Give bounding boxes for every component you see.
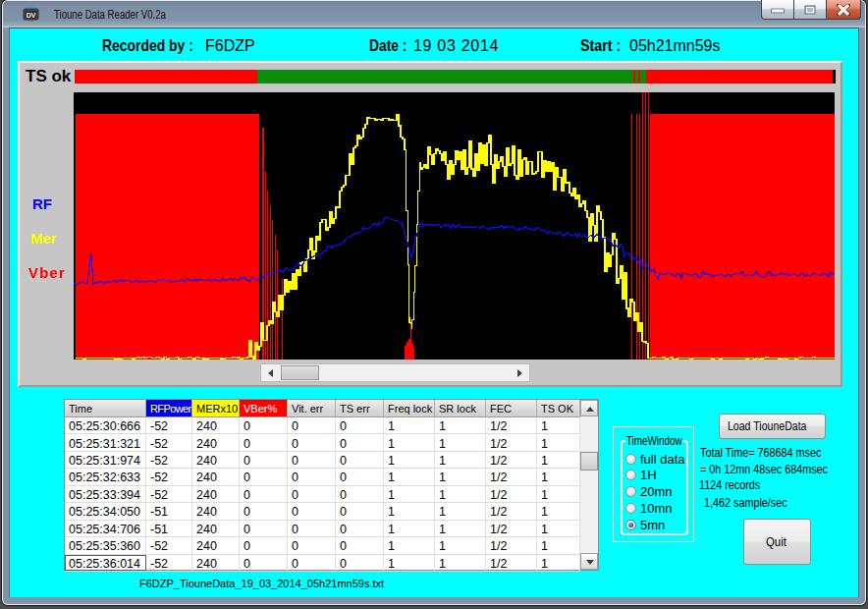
svg-text:DV: DV	[27, 12, 36, 19]
